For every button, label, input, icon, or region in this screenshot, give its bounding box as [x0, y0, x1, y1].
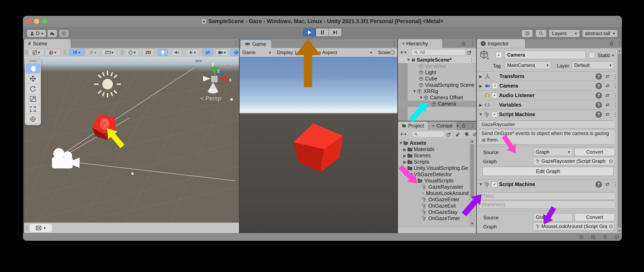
hierarchy-picker-icon[interactable] — [467, 50, 472, 55]
scrollbar-up-arrow[interactable]: ▲ — [618, 49, 621, 52]
scrollbar-up-arrow[interactable]: ▲ — [470, 139, 474, 143]
tree-row-samplescene[interactable]: ▼ SampleScene* ⋮ — [398, 57, 476, 63]
effects-dropdown[interactable]: ▾ — [185, 49, 199, 56]
project-lock-icon[interactable] — [461, 123, 466, 128]
ptree-materials[interactable]: ▶ Materials — [398, 146, 467, 152]
component-enabled-checkbox[interactable]: ✓ — [492, 93, 498, 98]
transform-tool-button[interactable] — [26, 114, 40, 124]
layer-dropdown[interactable]: Default▾ — [572, 61, 614, 69]
help-icon[interactable]: ? — [596, 73, 602, 80]
hidden-packages-icon[interactable] — [473, 132, 476, 137]
help-icon[interactable]: ? — [596, 111, 602, 118]
object-picker-icon[interactable]: ⊙ — [609, 158, 613, 164]
title-bar[interactable]: SampleScene - Gaze - Windows, Mac, Linux… — [23, 16, 622, 27]
pause-button[interactable] — [316, 28, 329, 36]
ptree-unityvisualscripting[interactable]: ▶ Unity.VisualScripting.Ge — [398, 165, 470, 171]
tree-row-light[interactable]: Light — [398, 69, 476, 76]
ptree-vsgazedetector[interactable]: ▼ VSGazeDetector — [398, 171, 467, 178]
project-search-input[interactable] — [420, 131, 440, 137]
scene-viewport[interactable]: y z x < Persp — [24, 57, 239, 223]
2d-toggle[interactable]: 2D — [142, 49, 154, 56]
render-mode-dropdown[interactable]: ▾ — [125, 49, 139, 56]
hand-tool-button[interactable] — [26, 64, 40, 73]
activity-ok-icon[interactable] — [614, 235, 620, 240]
tools-overlay-handle2[interactable] — [29, 62, 36, 62]
scene-toolbar-handle[interactable] — [26, 50, 28, 55]
tab-overflow-arrow[interactable]: ▸ — [457, 123, 459, 128]
layout-dropdown[interactable]: abstract-tall▾ — [582, 30, 618, 37]
tab-hierarchy[interactable]: ≡ Hierarchy — [398, 39, 442, 48]
ptree-ongazestay[interactable]: OnGazeStay — [398, 209, 467, 215]
sm2-summary-field[interactable]: (Summary) — [479, 201, 615, 208]
ptree-ongazeexit[interactable]: OnGazeExit — [398, 203, 467, 209]
project-search-field[interactable] — [412, 131, 445, 137]
preset-icon[interactable] — [605, 182, 610, 187]
inspector-scrollbar[interactable]: ▲ ▼ — [617, 48, 622, 233]
tools-overlay-handle[interactable] — [29, 60, 36, 61]
persp-toggle[interactable]: < Persp — [200, 95, 221, 102]
project-picker-icon[interactable] — [446, 132, 451, 137]
ptree-ongazeenter[interactable]: OnGazeEnter — [398, 196, 467, 203]
component-variables[interactable]: ▶ Variables ? ⋮ — [477, 100, 622, 110]
inspector-menu-kebab[interactable]: ⋮ — [617, 40, 622, 46]
tag-dropdown[interactable]: MainCamera▾ — [504, 61, 551, 69]
hierarchy-menu-kebab[interactable]: ⋮ — [470, 40, 475, 46]
audio-toggle[interactable] — [171, 49, 182, 56]
gameobject-header-icon[interactable] — [480, 50, 489, 60]
preset-icon[interactable] — [605, 102, 610, 108]
ptree-gazeraycaster[interactable]: GazeRaycaster — [398, 184, 467, 190]
game-view-dropdown[interactable]: Game▾ — [240, 48, 274, 57]
filter-by-type-icon[interactable] — [456, 132, 460, 137]
static-checkbox[interactable] — [589, 52, 595, 58]
game-viewport[interactable] — [240, 57, 397, 233]
sm2-convert-button[interactable]: Convert — [574, 213, 615, 221]
sm2-source-dropdown[interactable]: Graph — [533, 213, 572, 221]
help-icon[interactable]: ? — [596, 102, 602, 108]
hidden-objects-toggle[interactable] — [202, 49, 213, 56]
tab-console[interactable]: Consol — [428, 122, 456, 130]
preset-icon[interactable] — [605, 74, 610, 79]
sm1-edit-graph-button[interactable]: Edit Graph — [482, 167, 614, 176]
hierarchy-search-input[interactable] — [420, 49, 459, 55]
plastic-scm-button[interactable] — [59, 30, 69, 37]
active-checkbox[interactable]: ✓ — [496, 52, 502, 58]
global-search-button[interactable] — [536, 30, 546, 37]
ptree-mouselookaround[interactable]: MouseLookAround — [398, 190, 468, 196]
scene-menu-kebab[interactable]: ⋮ — [233, 40, 239, 46]
ptree-ongazetimer[interactable]: OnGazeTimer — [398, 215, 467, 222]
project-menu-kebab[interactable]: ⋮ — [470, 123, 475, 128]
grid-toggle-dropdown[interactable]: ▾ — [69, 49, 84, 56]
camera-overlay-handle[interactable] — [26, 225, 28, 231]
tree-row-cube[interactable]: Cube — [398, 76, 476, 82]
preset-icon[interactable] — [605, 112, 610, 117]
tab-inspector[interactable]: i Inspector — [477, 39, 525, 48]
component-enabled-checkbox[interactable]: ✓ — [492, 182, 498, 187]
scrollbar-down-arrow[interactable]: ▼ — [470, 222, 474, 225]
component-camera[interactable]: ▶ ✓ Camera ? ⋮ — [477, 81, 622, 91]
account-dropdown[interactable]: D▾ — [27, 30, 46, 37]
tree-row-camera-selected[interactable]: Camera — [398, 101, 476, 107]
ptree-assets[interactable]: ▼ Assets — [398, 140, 467, 146]
draw-mode-dropdown[interactable]: ▾ — [28, 49, 44, 56]
sm1-source-dropdown[interactable]: Graph▾ — [533, 148, 572, 156]
tab-scene[interactable]: # Scene — [24, 39, 71, 48]
scene-row-kebab[interactable]: ⋮ — [469, 58, 474, 62]
step-button[interactable] — [329, 28, 342, 36]
help-icon[interactable]: ? — [596, 83, 602, 89]
move-tool-button[interactable] — [26, 74, 40, 84]
hierarchy-search-field[interactable] — [412, 49, 466, 56]
static-dropdown-caret[interactable]: ▾ — [612, 53, 614, 58]
tab-game[interactable]: Game — [241, 39, 271, 48]
scrollbar-thumb[interactable] — [618, 53, 621, 228]
filter-by-label-icon[interactable] — [464, 132, 469, 137]
debugger-detached-icon[interactable] — [579, 235, 584, 240]
cloud-services-button[interactable] — [47, 30, 57, 37]
component-scriptmachine-2[interactable]: ▼ ✓ Script Machine ? ⋮ — [477, 179, 622, 189]
gameobject-name-field[interactable]: Camera — [504, 51, 586, 59]
tree-row-visualscripting[interactable]: VisualScripting Scene — [398, 82, 476, 88]
sm1-title-field[interactable]: GazeRaycaster — [479, 121, 615, 128]
ptree-scripts[interactable]: ▶ Scripts — [398, 159, 467, 165]
cache-server-disconnected-icon[interactable] — [590, 235, 596, 240]
lighting-toggle[interactable] — [157, 49, 168, 56]
component-scriptmachine-1[interactable]: ▼ ✓ Script Machine ? ⋮ — [477, 110, 622, 119]
